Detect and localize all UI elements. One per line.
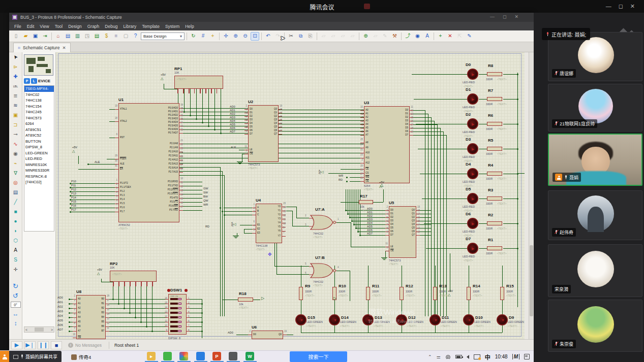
resistor-r11[interactable] [366, 287, 370, 300]
buses-mode-icon[interactable]: ≋ [10, 101, 21, 110]
device-pins-mode-icon[interactable]: ⊸ [10, 129, 21, 139]
library-icon[interactable]: ▤ [93, 32, 101, 41]
menu-library[interactable]: Library [123, 24, 136, 29]
proteus-title-bar[interactable]: BUS_3 - Proteus 8 Professional - Schemat… [9, 13, 534, 22]
participant-tile[interactable]: 朱崇俊 [548, 300, 642, 352]
device-list-item[interactable]: 7SEG-MPX4- [24, 86, 54, 92]
text-script-mode-icon[interactable]: ≣ [10, 91, 21, 101]
participant-tile[interactable]: 聂娟 [548, 134, 642, 186]
2d-symbol-icon[interactable]: S [10, 255, 21, 265]
graph-mode-icon[interactable]: ∿ [10, 139, 21, 149]
dip-switch-lever[interactable] [170, 303, 178, 305]
help-icon[interactable]: ? [131, 32, 140, 41]
junction-dot-mode-icon[interactable]: ✚ [10, 72, 21, 81]
powerpoint-app-icon[interactable]: P [212, 352, 221, 360]
resistor-r15[interactable] [500, 287, 504, 300]
current-probe-mode-icon[interactable]: ◎ [10, 178, 21, 187]
led-d15[interactable]: ▼ [295, 314, 306, 325]
device-list-item[interactable]: AT89C52 [24, 133, 54, 139]
led-d7[interactable]: ▶ [467, 243, 478, 254]
led-d6[interactable]: ▶ [467, 218, 478, 229]
cvs-mode-icon[interactable]: ▱ [371, 32, 380, 41]
folder-app-icon[interactable]: ▸ [147, 352, 156, 360]
resistor-r4[interactable] [487, 172, 502, 176]
menu-help[interactable]: Help [185, 24, 194, 29]
led-d10[interactable]: ▼ [463, 314, 474, 325]
undo-icon[interactable]: ↶ [264, 32, 272, 41]
component-mode-icon[interactable]: ⊳ [10, 62, 21, 72]
device-list-item[interactable]: 74HC02 [24, 92, 54, 98]
scrollbar-thumb[interactable] [35, 327, 44, 332]
2d-arc-icon[interactable]: ◗ [10, 226, 21, 236]
2d-line-icon[interactable]: ╱ [10, 197, 21, 207]
device-list-item[interactable]: 74HC138 [24, 97, 54, 104]
3d-view-icon[interactable]: ◳ [83, 32, 91, 41]
led-d2[interactable]: ▶ [467, 118, 478, 129]
dip-switch-lever[interactable] [170, 325, 178, 327]
zoom-area-icon[interactable]: ⊡ [251, 32, 259, 41]
menu-debug[interactable]: Debug [105, 24, 117, 29]
device-list-item[interactable]: RESPACK-8 [24, 174, 54, 180]
meeting-window-controls[interactable]: —◻✕ [606, 3, 642, 10]
led-d4[interactable]: ▶ [467, 168, 478, 179]
menu-tool[interactable]: Tool [55, 24, 63, 29]
led-d14[interactable]: ▼ [329, 314, 340, 325]
nor-gate-u7:b[interactable] [309, 262, 336, 279]
import-icon[interactable]: ⇥ [41, 32, 49, 41]
save-icon[interactable]: ▣ [31, 32, 40, 41]
dip-switch-dsw1[interactable] [168, 294, 187, 335]
device-list-item[interactable]: 74HC245 [24, 109, 54, 115]
ic-u3[interactable] [364, 106, 410, 183]
generator-mode-icon[interactable]: ⌁ [10, 158, 21, 168]
menu-view[interactable]: View [40, 24, 49, 29]
new-file-icon[interactable]: ▯ [12, 32, 20, 41]
device-list-item[interactable]: MINRES330R [24, 168, 54, 174]
device-list-item[interactable]: LED-RED [24, 156, 54, 162]
speaker-icon[interactable] [467, 355, 469, 359]
tab-close-icon[interactable]: ✕ [62, 45, 66, 50]
remove-sheet-icon[interactable]: ✕ [446, 32, 454, 41]
tab-schematic-capture[interactable]: ⌗ Schematic Capture ✕ [13, 43, 71, 52]
resistor-r12[interactable] [400, 287, 404, 300]
overview-minimap[interactable] [24, 54, 53, 76]
block-rotate-icon[interactable]: ▱ [339, 32, 347, 41]
menu-file[interactable]: File [14, 24, 21, 29]
device-list-item[interactable]: AT89C51 [24, 127, 54, 133]
wire-label-mode-icon[interactable]: LBL [10, 81, 21, 91]
resistor-r6[interactable] [487, 122, 502, 126]
2d-box-icon[interactable]: ■ [10, 207, 21, 216]
wifi-icon[interactable] [445, 354, 451, 359]
search-tag-icon[interactable]: ◉ [413, 32, 422, 41]
nor-gate-u7:a[interactable] [309, 214, 336, 231]
device-list-item[interactable]: 74HC573 [24, 115, 54, 121]
resistor-r2[interactable] [487, 221, 502, 225]
resistor-r8[interactable] [487, 72, 502, 76]
schematic-canvas[interactable]: U1AT89C52<TEXT>XTAL119XTAL218RST9PSEN29A… [56, 52, 525, 339]
2d-text-icon[interactable]: A [10, 245, 21, 255]
paste-icon[interactable]: ⎘ [306, 32, 315, 41]
subcircuit-mode-icon[interactable]: ▣ [10, 110, 21, 120]
device-list-item[interactable]: LED-GREEN [24, 150, 54, 156]
rotation-angle-field[interactable]: 0° [11, 302, 21, 308]
settings-sliders-icon[interactable]: ⚌ [437, 354, 441, 359]
device-list-scrollbar[interactable]: < > [24, 326, 54, 333]
device-list-item[interactable]: BUTTON [24, 139, 54, 145]
screen-share-indicator[interactable]: 聂娟的屏幕共享 [9, 351, 62, 362]
led-d0[interactable]: ▶ [467, 69, 478, 80]
zoom-out-icon[interactable]: ⊖ [241, 32, 250, 41]
origin-icon[interactable]: + [208, 32, 217, 41]
battery-icon[interactable] [455, 355, 462, 358]
design-explorer-icon[interactable]: ⚒ [390, 32, 399, 41]
copy-icon[interactable]: ⧉ [296, 32, 305, 41]
browser-app-icon[interactable] [179, 352, 188, 360]
dip-switch-lever[interactable] [170, 316, 178, 318]
resistor-r13[interactable] [433, 287, 437, 300]
library-button[interactable]: L [31, 78, 37, 84]
clock[interactable]: 10:48 [495, 354, 508, 359]
device-list-item[interactable]: MINRES10K [24, 162, 54, 168]
edit-mode-combo[interactable]: Base Design▾ [141, 32, 185, 40]
pick-devices-button[interactable]: P [24, 78, 30, 84]
led-d1[interactable]: ▶ [467, 93, 478, 105]
rotate-ccw-icon[interactable]: ↺ [10, 291, 21, 301]
resistor-r3[interactable] [487, 196, 502, 201]
